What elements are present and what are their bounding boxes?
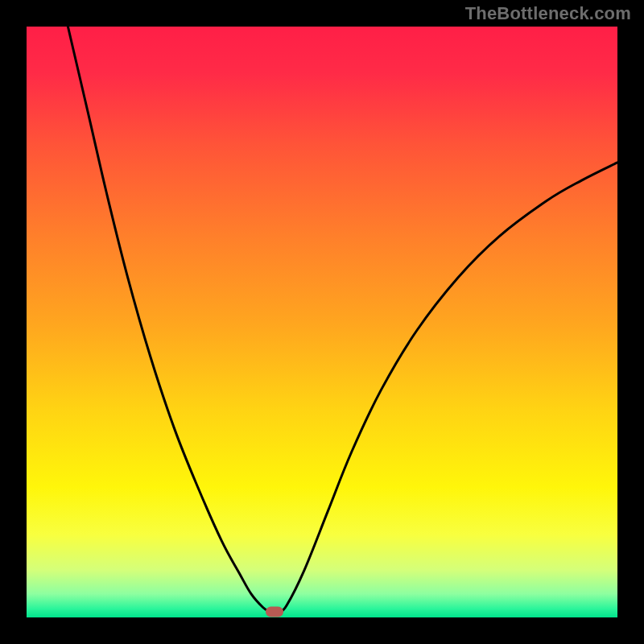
optimal-point-marker	[266, 607, 283, 617]
watermark-text: TheBottleneck.com	[465, 3, 631, 24]
plot-area	[27, 27, 617, 617]
curve-right-branch	[279, 163, 617, 613]
curve-left-branch	[68, 27, 270, 612]
bottleneck-curve	[27, 27, 617, 617]
chart-frame: TheBottleneck.com	[0, 0, 644, 644]
